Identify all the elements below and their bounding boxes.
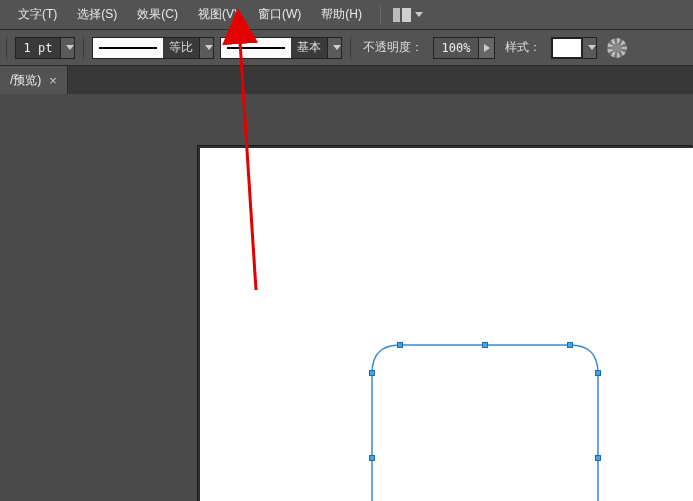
divider xyxy=(350,37,351,59)
anchor-handle[interactable] xyxy=(369,370,375,376)
stroke-width-stepper[interactable] xyxy=(60,38,74,58)
shape-path-left xyxy=(372,345,400,501)
line-preview xyxy=(93,38,163,58)
variable-width-profile[interactable]: 等比 xyxy=(92,37,214,59)
chevron-down-icon xyxy=(333,45,341,50)
chevron-down-icon xyxy=(205,45,213,50)
menu-help[interactable]: 帮助(H) xyxy=(311,2,372,27)
brush-dropdown[interactable] xyxy=(327,38,341,58)
work-area xyxy=(0,94,693,501)
close-icon[interactable]: × xyxy=(49,73,57,88)
profile-dropdown[interactable] xyxy=(199,38,213,58)
menu-text[interactable]: 文字(T) xyxy=(8,2,67,27)
menubar: 文字(T) 选择(S) 效果(C) 视图(V) 窗口(W) 帮助(H) xyxy=(0,0,693,30)
divider xyxy=(6,37,7,59)
menu-view[interactable]: 视图(V) xyxy=(188,2,248,27)
menu-divider xyxy=(380,6,381,24)
pasteboard xyxy=(198,146,693,501)
anchor-handle[interactable] xyxy=(369,455,375,461)
options-bar: 等比 基本 不透明度： 样式： xyxy=(0,30,693,66)
opacity-control[interactable] xyxy=(433,37,495,59)
shape-path-right xyxy=(400,345,598,501)
anchor-handle[interactable] xyxy=(595,455,601,461)
anchor-handle[interactable] xyxy=(482,342,488,348)
menu-effect[interactable]: 效果(C) xyxy=(127,2,188,27)
opacity-flyout[interactable] xyxy=(478,38,494,58)
stroke-width-input[interactable] xyxy=(16,38,60,58)
style-dropdown[interactable] xyxy=(582,38,596,58)
chevron-right-icon xyxy=(484,44,490,52)
document-tabs: /预览) × xyxy=(0,66,693,94)
anchor-handle[interactable] xyxy=(595,370,601,376)
profile-label: 等比 xyxy=(163,38,199,58)
document-tab[interactable]: /预览) × xyxy=(0,66,68,94)
artboard[interactable] xyxy=(200,148,693,501)
menu-window[interactable]: 窗口(W) xyxy=(248,2,311,27)
gear-icon[interactable] xyxy=(607,38,627,58)
workspace-switcher[interactable] xyxy=(389,8,423,22)
brush-definition[interactable]: 基本 xyxy=(220,37,342,59)
stroke-width[interactable] xyxy=(15,37,75,59)
anchor-handle[interactable] xyxy=(567,342,573,348)
layout-icon xyxy=(393,8,411,22)
line-preview xyxy=(221,38,291,58)
anchor-handle[interactable] xyxy=(397,342,403,348)
selected-shape[interactable] xyxy=(370,343,620,501)
style-label: 样式： xyxy=(501,39,545,56)
tab-title: /预览) xyxy=(10,72,41,89)
opacity-label: 不透明度： xyxy=(359,39,427,56)
menu-select[interactable]: 选择(S) xyxy=(67,2,127,27)
divider xyxy=(83,37,84,59)
chevron-down-icon xyxy=(415,12,423,17)
style-swatch xyxy=(552,38,582,58)
graphic-style[interactable] xyxy=(551,37,597,59)
chevron-down-icon xyxy=(66,45,74,50)
brush-label: 基本 xyxy=(291,38,327,58)
opacity-input[interactable] xyxy=(434,38,478,58)
chevron-down-icon xyxy=(588,45,596,50)
